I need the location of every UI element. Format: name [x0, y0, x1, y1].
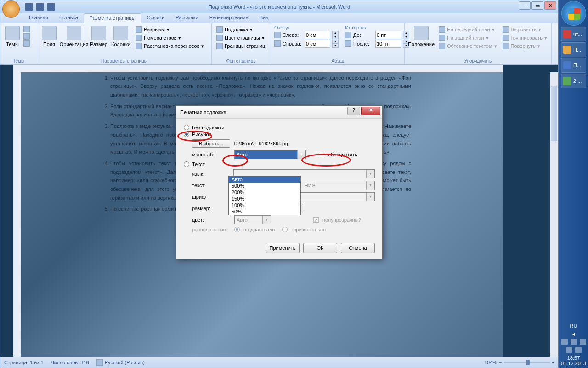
status-words[interactable]: Число слов: 316: [51, 360, 89, 365]
horizontal-ruler[interactable]: [21, 65, 503, 72]
scroll-thumb[interactable]: [551, 86, 557, 141]
tray-network-icon[interactable]: [566, 347, 572, 353]
office-button[interactable]: [2, 0, 20, 18]
radio-picture[interactable]: Рисунок: [184, 132, 375, 137]
quick-access-toolbar: [25, 3, 55, 11]
radio-icon: [184, 161, 189, 167]
hyphenation-icon: [136, 43, 142, 49]
tray-volume-icon[interactable]: [575, 347, 582, 353]
tray-icon[interactable]: [571, 339, 577, 345]
columns-icon: [113, 26, 128, 40]
tray-arrow[interactable]: ◄: [561, 331, 586, 337]
text-wrap-button: Обтекание текстом ▾: [437, 42, 499, 50]
tab-home[interactable]: Главная: [23, 13, 54, 23]
rotate-icon: [503, 43, 509, 49]
tab-review[interactable]: Рецензирование: [204, 13, 254, 23]
orientation-icon: [67, 26, 81, 40]
tab-references[interactable]: Ссылки: [141, 13, 170, 23]
spacing-after-input[interactable]: [375, 40, 401, 48]
dropdown-item-150[interactable]: 150%: [229, 196, 300, 202]
page-borders-button[interactable]: Границы страниц: [215, 42, 267, 50]
save-icon[interactable]: [25, 3, 33, 11]
dialog-help-button[interactable]: ?: [347, 107, 360, 115]
tab-mailings[interactable]: Рассылки: [170, 13, 204, 23]
indent-right-input[interactable]: [305, 40, 330, 48]
theme-colors-icon[interactable]: [23, 26, 30, 32]
watermark-icon: [216, 26, 223, 33]
status-language[interactable]: Русский (Россия): [105, 360, 145, 365]
dialog-titlebar[interactable]: Печатная подложка ? ✕: [176, 106, 382, 119]
tray-time[interactable]: 18:57: [561, 355, 586, 361]
columns-button[interactable]: Колонки: [110, 25, 132, 63]
close-button[interactable]: ✕: [544, 1, 556, 10]
dropdown-item-200[interactable]: 200%: [229, 189, 300, 196]
spin-up[interactable]: ▲: [332, 31, 339, 35]
taskbar-item[interactable]: П...: [561, 42, 586, 57]
text-wrap-icon: [439, 43, 445, 49]
indent-left-input[interactable]: [305, 31, 330, 39]
size-label: размер:: [192, 206, 231, 211]
tray-date[interactable]: 01.12.2013: [561, 361, 586, 366]
dropdown-item-500[interactable]: 500%: [229, 183, 300, 189]
tab-page-layout[interactable]: Разметка страницы: [84, 13, 141, 23]
page-color-button[interactable]: Цвет страницы ▾: [215, 34, 267, 41]
scale-combo[interactable]: Авто▼: [234, 150, 306, 159]
breaks-button[interactable]: Разрывы ▾: [134, 26, 206, 33]
vertical-scrollbar[interactable]: [550, 72, 558, 356]
maximize-button[interactable]: ▭: [531, 1, 543, 10]
indent-header: Отступ: [274, 25, 339, 30]
zoom-thumb[interactable]: [526, 360, 530, 365]
watermark-button[interactable]: Подложка ▾: [215, 26, 267, 33]
theme-fonts-icon[interactable]: [23, 33, 30, 40]
app-icon: [563, 77, 571, 85]
redo-icon[interactable]: [47, 3, 55, 11]
dialog-close-button[interactable]: ✕: [361, 107, 380, 115]
rotate-button: Повернуть ▾: [501, 42, 549, 50]
margins-button[interactable]: Поля: [40, 25, 58, 63]
zoom-out-button[interactable]: −: [499, 360, 502, 365]
radio-no-watermark[interactable]: Без подложки: [184, 125, 375, 130]
hyphenation-button[interactable]: Расстановка переносов ▾: [134, 42, 206, 50]
tray-language[interactable]: RU: [561, 323, 586, 328]
washout-checkbox[interactable]: [319, 152, 324, 157]
send-back-icon: [439, 34, 445, 41]
apply-button[interactable]: Применить: [266, 243, 300, 253]
taskbar-item[interactable]: чт...: [561, 27, 586, 41]
theme-effects-icon[interactable]: [23, 40, 30, 47]
cancel-button[interactable]: Отмена: [341, 243, 375, 253]
group-themes-label: Темы: [0, 58, 37, 63]
themes-button[interactable]: Темы: [3, 25, 22, 63]
undo-icon[interactable]: [36, 3, 44, 11]
themes-label: Темы: [6, 41, 19, 47]
orientation-button[interactable]: Ориентация: [60, 25, 88, 63]
select-picture-button[interactable]: Выбрать...: [192, 139, 230, 148]
dropdown-item-50[interactable]: 50%: [229, 208, 300, 215]
spellcheck-icon[interactable]: [96, 359, 103, 366]
minimize-button[interactable]: —: [519, 1, 531, 10]
zoom-value[interactable]: 104%: [484, 360, 497, 365]
line-numbers-button[interactable]: Номера строк ▾: [134, 34, 206, 41]
dropdown-item-auto[interactable]: Авто: [229, 176, 300, 183]
radio-text[interactable]: Текст: [184, 161, 375, 167]
spacing-before-input[interactable]: [375, 31, 401, 39]
tab-view[interactable]: Вид: [254, 13, 274, 23]
tray-icon[interactable]: [561, 339, 568, 345]
zoom-slider[interactable]: [504, 362, 550, 363]
text-label: текст:: [192, 183, 230, 188]
tab-insert[interactable]: Вставка: [54, 13, 84, 23]
app-icon: [563, 46, 571, 54]
group-arrange-label: Упорядочить: [405, 58, 551, 63]
ok-button[interactable]: ОК: [303, 243, 337, 253]
position-button[interactable]: Положение: [407, 25, 435, 63]
vertical-ruler[interactable]: [13, 65, 21, 356]
taskbar-item[interactable]: 2 ...: [561, 74, 586, 88]
spin-down[interactable]: ▼: [332, 35, 339, 39]
tray-icon[interactable]: [580, 339, 586, 345]
window-title: Подложка Word - что это и зачем она нужн…: [209, 4, 350, 10]
size-button[interactable]: Размер: [90, 25, 108, 63]
zoom-in-button[interactable]: +: [552, 360, 554, 365]
dropdown-item-100[interactable]: 100%: [229, 202, 300, 208]
taskbar-item[interactable]: П...: [561, 58, 586, 73]
status-page[interactable]: Страница: 1 из 1: [4, 360, 44, 365]
start-button[interactable]: [561, 1, 586, 26]
